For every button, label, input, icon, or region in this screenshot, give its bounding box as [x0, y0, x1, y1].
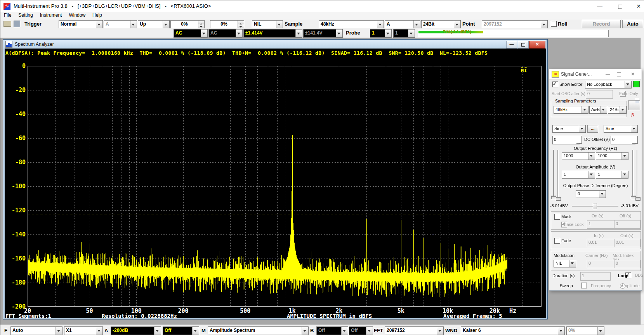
modulation-select[interactable]: NIL	[554, 260, 576, 267]
app-minimize-button[interactable]: —	[592, 0, 608, 12]
amplitude-b-select[interactable]: 1	[596, 171, 628, 179]
amplitude-slider-a-track[interactable]	[553, 150, 554, 197]
slider-handle-b2[interactable]	[635, 197, 641, 201]
record-button[interactable]: Record	[582, 20, 621, 29]
sampling-channel-select[interactable]: A	[385, 20, 420, 29]
trigger-source-select[interactable]: A	[104, 20, 137, 29]
chevron-down-icon	[588, 153, 595, 160]
amplitude-slider-a2-track[interactable]	[557, 150, 559, 197]
sampling-rate-select[interactable]: 48kHz	[319, 20, 384, 29]
sa-close-button[interactable]: ✕	[529, 41, 545, 49]
y-range-select[interactable]: -200dB	[111, 326, 161, 335]
mask-off-input: 0	[614, 220, 641, 229]
x-tick-label: 100	[131, 307, 142, 314]
probe-a-select[interactable]: 1	[370, 29, 392, 38]
menu-file[interactable]: File	[0, 12, 15, 18]
balance-slider-handle[interactable]	[593, 203, 597, 209]
fade-checkbox[interactable]	[554, 238, 560, 244]
trigger-label: Trigger	[24, 21, 42, 27]
trigger-mode-select[interactable]: Normal	[59, 20, 103, 29]
fft-window-select[interactable]: Kaiser 6	[461, 326, 565, 335]
menu-instrument[interactable]: Instrument	[36, 12, 66, 18]
spectrum-analyzer-title-bar[interactable]: Spectrum Analyzer	[3, 40, 546, 49]
note-library-icon[interactable]: ♬	[630, 111, 636, 118]
chevron-down-icon	[588, 171, 595, 178]
sg-channels-select[interactable]: A&B	[589, 106, 607, 114]
overlap-select: 0%	[566, 326, 604, 335]
frequency-a-select[interactable]: 1000	[562, 152, 595, 160]
sa-minimize-button[interactable]: —	[506, 41, 517, 49]
sweep-checkbox[interactable]	[581, 283, 587, 288]
zoom-select[interactable]: X1	[64, 326, 103, 335]
dc-b-spinner[interactable]	[632, 136, 638, 144]
dc-offset-a-input[interactable]: 0	[552, 136, 580, 144]
dbv-right-readout: -3.01dBV	[621, 203, 639, 208]
loopback-select[interactable]: No Loopback	[585, 81, 632, 89]
dc-a-spinner[interactable]	[576, 136, 582, 144]
fft-size-select[interactable]: 2097152	[385, 326, 444, 335]
sg-minimize-button[interactable]: —	[604, 71, 612, 77]
x-tick-label: 20	[24, 307, 31, 314]
roll-label: Roll	[558, 21, 568, 27]
sampling-parameters-group: Sampling Parameters 48kHz A&B 24Bit	[551, 101, 627, 117]
mod-index-input: 0	[614, 260, 641, 268]
save-icon[interactable]	[14, 21, 20, 27]
auto-button[interactable]: Auto	[622, 20, 643, 29]
range-a-select[interactable]: ±1.414V	[243, 29, 302, 38]
waveform-b-select[interactable]: Sine	[604, 125, 638, 133]
sg-maximize-button[interactable]	[614, 71, 623, 77]
output-on-button[interactable]	[633, 81, 640, 87]
wave-more-button[interactable]: ...	[587, 125, 598, 133]
app-close-button[interactable]: ✕	[631, 0, 644, 12]
y-ref-select[interactable]: Off	[163, 326, 199, 335]
menu-window[interactable]: Window	[65, 12, 89, 18]
phase-select[interactable]: 0	[576, 190, 606, 198]
signal-generator-title: Signal Gener...	[561, 71, 592, 77]
spinner-arrows-icon[interactable]	[238, 21, 244, 28]
show-editor-checkbox[interactable]	[552, 82, 558, 87]
menu-setting[interactable]: Setting	[15, 12, 36, 18]
coupling-a-select[interactable]: AC	[174, 29, 208, 38]
chevron-down-icon	[621, 153, 628, 160]
app-icon: ∿	[3, 3, 10, 10]
menu-help[interactable]: Help	[89, 12, 106, 18]
fade-in-input: 0.01	[587, 239, 614, 247]
waveform-a-select[interactable]: Sine	[552, 125, 586, 133]
open-icon[interactable]	[3, 21, 11, 27]
measurement-readout: A(dBFSA): Peak Frequency= 1.0000160 kHz …	[5, 50, 488, 56]
mask-on-input: 1	[587, 220, 614, 229]
sa-maximize-button[interactable]	[518, 41, 529, 49]
trigger-edge-select[interactable]: Up	[138, 20, 170, 29]
slider-handle-a2[interactable]	[556, 197, 561, 201]
mask-checkbox[interactable]	[554, 214, 560, 220]
sg-rate-select[interactable]: 48kHz	[554, 106, 588, 114]
sg-bits-select[interactable]: 24Bit	[608, 106, 627, 114]
maximize-icon	[617, 72, 621, 76]
chevron-down-icon	[236, 30, 242, 37]
trigger-delay-spinner[interactable]: 0%	[210, 20, 244, 29]
chevron-down-icon	[366, 327, 373, 335]
app-maximize-button[interactable]	[612, 0, 628, 12]
duration-input: 1	[580, 272, 611, 281]
trigger-hpf-select[interactable]: NIL	[252, 20, 283, 29]
frequency-b-select[interactable]: 1000	[596, 152, 628, 160]
chevron-down-icon	[201, 30, 207, 37]
chevron-down-icon	[341, 327, 348, 335]
sampling-bits-select[interactable]: 24Bit	[421, 20, 461, 29]
b-label: B	[310, 328, 314, 333]
chevron-down-icon	[377, 21, 384, 28]
sg-close-button[interactable]: ✕	[628, 71, 637, 77]
echo-only-label: Echo Only	[619, 91, 638, 96]
trigger-level-spinner[interactable]: 0%	[170, 20, 205, 29]
sg-save-button[interactable]	[628, 100, 640, 110]
x-axis-select[interactable]: Auto	[10, 326, 62, 335]
spectrum-plot[interactable]	[28, 66, 542, 307]
dc-offset-b-input[interactable]: 0	[611, 136, 635, 144]
amplitude-slider-b2-track[interactable]	[637, 150, 638, 197]
roll-checkbox[interactable]	[551, 21, 557, 27]
amplitude-a-select[interactable]: 1	[562, 171, 595, 179]
spinner-arrows-icon[interactable]	[198, 21, 204, 28]
chevron-down-icon	[631, 125, 637, 132]
amplitude-slider-b-track[interactable]	[632, 150, 634, 197]
display-mode-select[interactable]: Amplitude Spectrum	[208, 326, 309, 335]
